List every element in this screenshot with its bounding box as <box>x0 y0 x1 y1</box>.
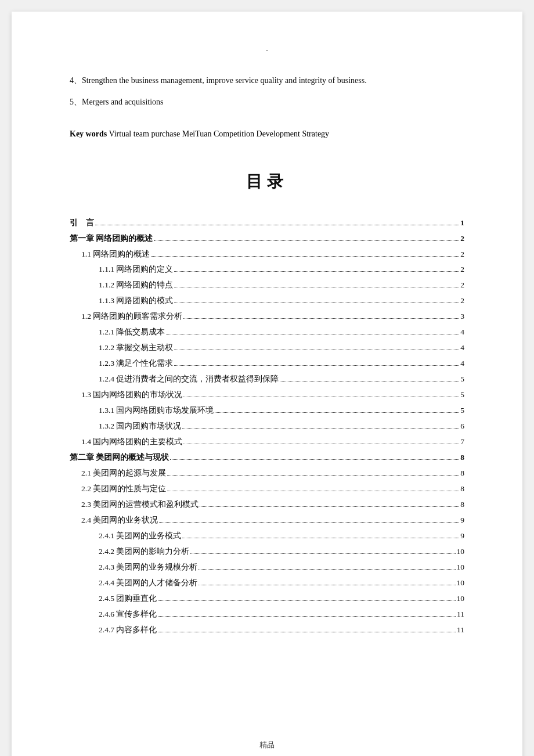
toc-item-page: 11 <box>457 623 464 638</box>
toc-item-dots <box>183 444 459 444</box>
toc-item-dots <box>95 225 459 225</box>
numbered-item-4: 4、Strengthen the business management, im… <box>70 73 464 88</box>
dot-decoration: · <box>70 46 464 56</box>
toc-item: 1.1.3 网路团购的模式2 <box>70 294 464 308</box>
toc-item-page: 10 <box>457 545 465 559</box>
toc-item-label: 2.4.5 团购垂直化 <box>99 592 157 606</box>
toc-item-dots <box>183 397 459 397</box>
page: · 4、Strengthen the business management, … <box>12 12 522 756</box>
toc-item-label: 第一章 网络团购的概述 <box>70 232 153 246</box>
toc-item-page: 2 <box>460 278 464 293</box>
toc-item-page: 10 <box>457 576 465 591</box>
toc-item-dots <box>200 506 459 507</box>
toc-item-page: 10 <box>457 560 465 575</box>
toc-item: 1.1.1 网络团购的定义2 <box>70 262 464 277</box>
toc-item-page: 8 <box>460 498 464 512</box>
toc-item-label: 2.4.2 美团网的影响力分析 <box>99 545 189 559</box>
toc-item-dots <box>174 365 459 366</box>
footer-text: 精品 <box>12 740 522 750</box>
toc-item-label: 引 言 <box>70 216 94 231</box>
toc-item: 1.3.1 国内网络团购市场发展环境5 <box>70 404 464 418</box>
toc-item: 2.4.3 美团网的业务规模分析10 <box>70 560 464 575</box>
toc-item: 1.2 网络团购的顾客需求分析3 <box>70 309 464 324</box>
toc-item: 2.2 美团网的性质与定位8 <box>70 482 464 496</box>
toc-item-label: 2.4 美团网的业务状况 <box>81 513 158 528</box>
toc-item-label: 1.2.4 促进消费者之间的交流，消费者权益得到保障 <box>99 372 279 387</box>
toc-item: 第二章 美团网的概述与现状8 <box>70 451 464 465</box>
toc-item-dots <box>174 287 459 287</box>
toc-item-label: 2.1 美团网的起源与发展 <box>81 466 166 481</box>
toc-item: 1.4 国内网络团购的主要模式7 <box>70 435 464 449</box>
toc-item-label: 2.3 美团网的运营模式和盈利模式 <box>81 498 199 512</box>
toc-item-label: 1.1 网络团购的概述 <box>81 247 150 262</box>
toc-item-label: 2.4.4 美团网的人才储备分析 <box>99 576 197 591</box>
toc-item-label: 第二章 美团网的概述与现状 <box>70 451 169 465</box>
toc-item: 1.1 网络团购的概述2 <box>70 247 464 262</box>
toc-item-page: 5 <box>460 388 464 402</box>
toc-item-label: 2.2 美团网的性质与定位 <box>81 482 166 496</box>
toc-item-dots <box>167 491 459 491</box>
toc-item-label: 1.3.2 国内团购市场状况 <box>99 419 181 434</box>
toc-item: 1.1.2 网络团购的特点2 <box>70 278 464 293</box>
toc-item-page: 9 <box>460 529 464 543</box>
toc-item: 2.4.5 团购垂直化10 <box>70 592 464 606</box>
toc-item-label: 1.1.1 网络团购的定义 <box>99 262 173 277</box>
toc-item-page: 2 <box>460 262 464 277</box>
toc-item-page: 9 <box>460 513 464 528</box>
toc-item-page: 11 <box>457 607 464 622</box>
keywords-words: Virtual team purchase MeiTuan Competitio… <box>107 129 329 138</box>
toc-item-page: 5 <box>460 372 464 387</box>
toc-item: 引 言1 <box>70 216 464 231</box>
toc-item-dots <box>183 318 459 319</box>
toc-item-dots <box>174 271 459 272</box>
toc-item-label: 1.1.2 网络团购的特点 <box>99 278 173 293</box>
toc-item-dots <box>280 381 459 381</box>
toc-item-label: 1.3 国内网络团购的市场状况 <box>81 388 182 402</box>
toc-item-label: 2.4.6 宣传多样化 <box>99 607 157 622</box>
item-text-4: 、Strengthen the business management, imp… <box>74 76 367 85</box>
toc-item-dots <box>182 428 459 429</box>
toc-item-page: 4 <box>460 341 464 355</box>
toc-item-dots <box>174 350 459 350</box>
toc-item-label: 2.4.1 美团网的业务模式 <box>99 529 181 543</box>
toc-item-page: 8 <box>460 482 464 496</box>
toc-item-dots <box>199 585 455 585</box>
toc-item-page: 7 <box>460 435 464 449</box>
toc-item-page: 2 <box>460 247 464 262</box>
toc-item-dots <box>215 412 459 413</box>
toc-item-dots <box>159 522 459 523</box>
toc-item-label: 2.4.7 内容多样化 <box>99 623 157 638</box>
toc-item-dots <box>182 538 459 538</box>
toc-item-page: 6 <box>460 419 464 434</box>
toc-item-label: 1.4 国内网络团购的主要模式 <box>81 435 182 449</box>
toc-section: 引 言1第一章 网络团购的概述21.1 网络团购的概述21.1.1 网络团购的定… <box>70 216 464 638</box>
toc-item-page: 4 <box>460 357 464 371</box>
toc-item: 2.4.4 美团网的人才储备分析10 <box>70 576 464 591</box>
toc-item-page: 8 <box>460 466 464 481</box>
toc-item: 1.2.4 促进消费者之间的交流，消费者权益得到保障5 <box>70 372 464 387</box>
toc-item: 2.4.6 宣传多样化11 <box>70 607 464 622</box>
toc-item-page: 5 <box>460 404 464 418</box>
numbered-item-5: 5、Mergers and acquisitions <box>70 95 464 109</box>
toc-item: 2.4 美团网的业务状况9 <box>70 513 464 528</box>
item-number-4: 4 <box>70 76 74 85</box>
item-text-5: 、Mergers and acquisitions <box>74 98 164 106</box>
toc-item-page: 10 <box>457 592 465 606</box>
toc-item-dots <box>190 553 455 554</box>
toc-item-label: 1.3.1 国内网络团购市场发展环境 <box>99 404 214 418</box>
toc-item: 1.2.2 掌握交易主动权4 <box>70 341 464 355</box>
toc-item-page: 2 <box>460 232 464 246</box>
toc-item-label: 1.2.2 掌握交易主动权 <box>99 341 173 355</box>
toc-item-label: 1.2 网络团购的顾客需求分析 <box>81 309 182 324</box>
numbered-items-section: 4、Strengthen the business management, im… <box>70 73 464 109</box>
toc-item: 1.3 国内网络团购的市场状况5 <box>70 388 464 402</box>
toc-item-dots <box>158 632 456 632</box>
toc-item: 1.2.3 满足个性化需求4 <box>70 357 464 371</box>
toc-item-dots <box>154 240 459 241</box>
toc-item: 2.1 美团网的起源与发展8 <box>70 466 464 481</box>
toc-item-label: 2.4.3 美团网的业务规模分析 <box>99 560 197 575</box>
keywords-label: Key words <box>70 129 107 138</box>
toc-item: 1.2.1 降低交易成本4 <box>70 325 464 340</box>
toc-item-dots <box>158 600 455 601</box>
toc-item-page: 4 <box>460 325 464 340</box>
